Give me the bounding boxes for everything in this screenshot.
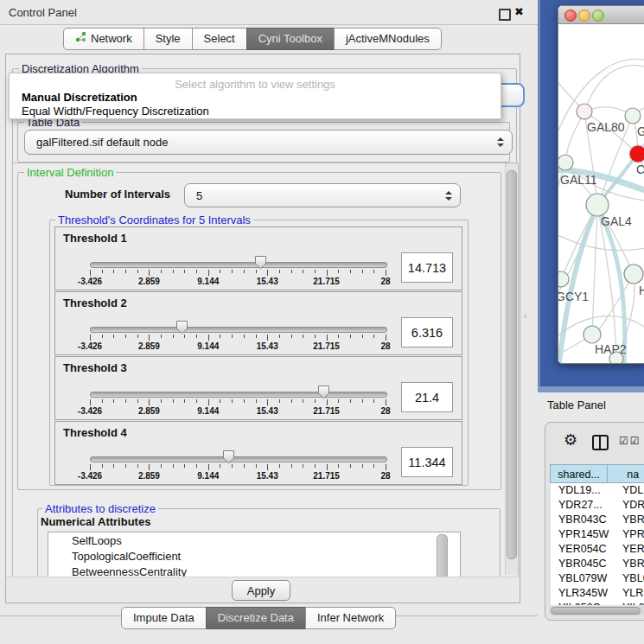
threshold-label: Threshold 3 <box>63 361 127 374</box>
tab-style[interactable]: Style <box>143 28 193 50</box>
table-row[interactable]: YDL19...YDL1 <box>551 483 644 498</box>
tick-mark <box>279 335 280 338</box>
table-rows: YDL19...YDL1YDR27...YDR2YBR043CYBR0YPR14… <box>551 483 644 605</box>
network-edge[interactable] <box>584 65 644 112</box>
table-row[interactable]: YLR345WYLR3 <box>551 586 644 601</box>
tick-mark <box>267 464 268 470</box>
threshold-value-field[interactable]: 11.344 <box>401 447 453 477</box>
table-row[interactable]: YIL052CYIL0 <box>551 601 644 605</box>
node-label: GAL11 <box>560 173 597 187</box>
zoom-traffic-light-icon[interactable] <box>592 10 604 22</box>
network-node[interactable] <box>586 194 609 216</box>
network-edge[interactable] <box>558 231 644 251</box>
tab-network[interactable]: Network <box>63 28 144 50</box>
table-horizontal-scrollbar[interactable] <box>549 606 644 615</box>
tab-discretize-data[interactable]: Discretize Data <box>206 607 306 629</box>
slider-thumb-icon[interactable] <box>222 450 235 464</box>
tick-label: -3.426 <box>78 341 102 351</box>
table-row[interactable]: YBL079WYBL0 <box>551 571 644 586</box>
slider-track[interactable] <box>90 327 387 333</box>
table-row[interactable]: YDR27...YDR2 <box>551 498 644 513</box>
slider-track[interactable] <box>90 456 387 462</box>
slider-track[interactable] <box>90 262 387 268</box>
network-node[interactable] <box>577 104 592 119</box>
network-node[interactable] <box>625 108 641 124</box>
attribute-list-item[interactable]: BetweennessCentrality <box>48 564 460 577</box>
threshold-value-field[interactable]: 21.4 <box>401 382 453 412</box>
table-data-combobox[interactable]: galFiltered.sif default node <box>24 130 513 155</box>
tick-mark <box>149 335 150 341</box>
tick-label: 15.43 <box>257 277 278 286</box>
tab-cyni-toolbox[interactable]: Cyni Toolbox <box>246 28 335 50</box>
top-tab-bar: Network Style Select Cyni Toolbox jActiv… <box>63 28 442 50</box>
slider-thumb-icon[interactable] <box>254 255 267 270</box>
node-label: G <box>637 124 644 138</box>
tick-label: 28 <box>380 277 390 286</box>
tick-mark <box>220 399 220 403</box>
threshold-label: Threshold 2 <box>63 296 127 309</box>
table-row[interactable]: YBR045CYBR0 <box>551 557 644 571</box>
network-node[interactable] <box>629 145 644 163</box>
table-row[interactable]: YPR145WYPR1 <box>551 527 644 542</box>
tick-label: -3.426 <box>78 277 102 286</box>
network-node[interactable] <box>558 155 573 170</box>
select-columns-icon[interactable]: ☑☑ <box>619 435 641 447</box>
threshold-value-field[interactable]: 6.316 <box>401 317 453 348</box>
tick-label: 28 <box>380 341 390 351</box>
slider-thumb-icon[interactable] <box>317 385 330 399</box>
tick-mark <box>338 335 339 338</box>
tick-mark <box>267 335 268 341</box>
gear-icon[interactable]: ⚙ <box>564 430 577 449</box>
column-header-name[interactable]: na <box>607 464 644 483</box>
attribute-list-item[interactable]: SelfLoops <box>48 532 460 548</box>
tick-label: 9.144 <box>197 406 219 416</box>
network-edge[interactable] <box>558 316 644 343</box>
minimize-traffic-light-icon[interactable] <box>578 10 590 22</box>
tab-select[interactable]: Select <box>192 28 247 50</box>
columns-icon[interactable] <box>592 435 609 450</box>
tab-jactivemnodules[interactable]: jActiveMNodules <box>334 28 442 50</box>
node-label: HAP2 <box>595 342 627 356</box>
settings-vertical-scrollbar[interactable] <box>505 163 517 575</box>
network-window-titlebar[interactable] <box>558 6 644 24</box>
algorithm-dropdown-popup: Select algorithm to view settings Manual… <box>9 73 501 119</box>
tab-impute-data[interactable]: Impute Data <box>121 607 207 629</box>
network-edge[interactable] <box>598 274 634 331</box>
number-of-intervals-combobox[interactable]: 5 <box>184 183 461 207</box>
tick-label: 2.859 <box>138 341 160 351</box>
numerical-attributes-list[interactable]: SelfLoopsTopologicalCoefficientBetweenne… <box>48 532 461 577</box>
slider-thumb-icon[interactable] <box>175 320 188 335</box>
tick-mark <box>161 335 162 338</box>
table-row[interactable]: YER054CYER0 <box>551 542 644 557</box>
popup-option-manual[interactable]: Manual Discretization <box>22 91 137 104</box>
tick-mark <box>232 399 233 403</box>
threshold-value-field[interactable]: 14.713 <box>401 252 453 283</box>
close-traffic-light-icon[interactable] <box>564 10 577 22</box>
attribute-list-item[interactable]: TopologicalCoefficient <box>48 548 460 564</box>
slider-track[interactable] <box>90 392 387 398</box>
popup-option-equal-width[interactable]: Equal Width/Frequency Discretization <box>22 105 209 118</box>
tick-mark <box>113 270 114 273</box>
tick-mark <box>315 464 316 468</box>
table-row[interactable]: YBR043CYBR0 <box>551 513 644 527</box>
scrollbar-thumb[interactable] <box>507 170 517 559</box>
list-scrollbar[interactable] <box>437 534 448 577</box>
cell-name: YER0 <box>615 542 644 557</box>
splitter-grip[interactable]: ‹ <box>524 311 526 321</box>
apply-button[interactable]: Apply <box>232 580 290 601</box>
network-node[interactable] <box>558 271 569 287</box>
network-view-window[interactable]: GAL80GCGAL11GAL4HGCY1HAP2 <box>558 5 644 364</box>
tab-infer-network[interactable]: Infer Network <box>305 607 396 629</box>
network-node[interactable] <box>583 326 601 343</box>
tick-mark <box>173 335 174 338</box>
network-node[interactable] <box>624 265 643 284</box>
scrollbar-thumb[interactable] <box>551 607 641 615</box>
bottom-tab-bar: Impute Data Discretize Data Infer Networ… <box>121 607 396 629</box>
tick-label: 28 <box>380 406 390 416</box>
tick-mark <box>291 270 292 273</box>
float-window-icon[interactable] <box>499 9 511 21</box>
column-header-shared[interactable]: shared... <box>550 464 608 483</box>
close-icon[interactable]: ✖ <box>514 5 524 18</box>
network-graph[interactable]: GAL80GCGAL11GAL4HGCY1HAP2 <box>558 23 644 363</box>
tick-mark <box>315 335 316 338</box>
